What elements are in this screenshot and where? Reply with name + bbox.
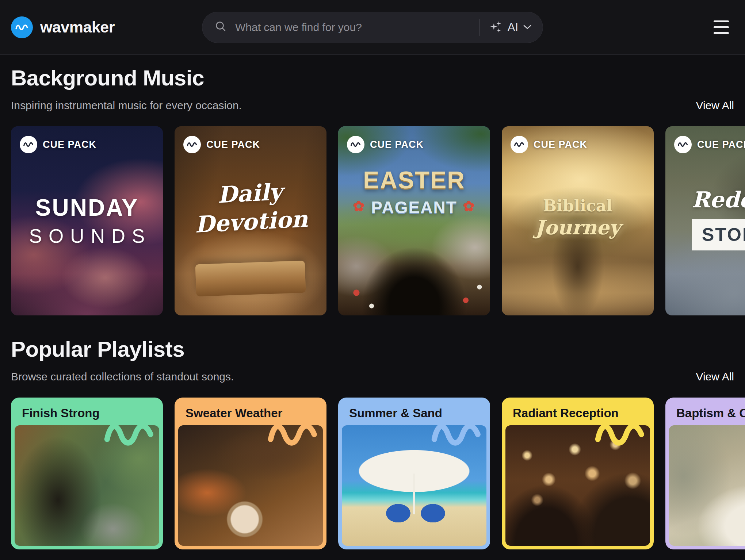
playlist-artwork [342, 425, 486, 546]
playlist-card-sweater-weather[interactable]: Sweater Weather [175, 398, 326, 549]
cue-pack-badge: CUE PACK [20, 136, 96, 153]
playlist-card-baptism[interactable]: Baptism & C [665, 398, 745, 549]
header: wavmaker AI [0, 0, 745, 55]
playlist-artwork [15, 425, 159, 546]
wavmaker-badge-icon [347, 136, 364, 153]
wavmaker-badge-icon [20, 136, 37, 153]
section-popular-playlists: Popular Playlists Browse curated collect… [11, 337, 734, 549]
menu-button[interactable] [714, 19, 729, 35]
playlist-title: Baptism & C [665, 398, 745, 425]
card-title: Biblical Journey [502, 196, 654, 239]
section-title: Background Music [11, 65, 734, 91]
hamburger-icon [714, 20, 729, 34]
wavmaker-watermark-icon [593, 414, 648, 454]
playlist-card-finish-strong[interactable]: Finish Strong [11, 398, 163, 549]
view-all-link[interactable]: View All [696, 371, 734, 383]
card-title: EASTER PAGEANT [338, 166, 490, 217]
badge-label: CUE PACK [206, 139, 260, 150]
ai-label: AI [508, 21, 518, 34]
playlist-card-summer-and-sand[interactable]: Summer & Sand [338, 398, 490, 549]
wavmaker-watermark-icon [266, 414, 321, 454]
cue-pack-card-easter-pageant[interactable]: CUE PACK EASTER PAGEANT [338, 126, 490, 315]
wavmaker-logo-icon [11, 16, 33, 38]
cue-pack-row: CUE PACK SUNDAY SOUNDS CUE PACK [11, 126, 734, 315]
search-bar[interactable]: AI [202, 12, 543, 43]
brand-name: wavmaker [40, 18, 115, 36]
cue-pack-badge: CUE PACK [347, 136, 424, 153]
playlist-card-radiant-reception[interactable]: Radiant Reception [502, 398, 654, 549]
wavmaker-watermark-icon [102, 414, 157, 454]
card-title: Daily Devotion [175, 175, 326, 240]
chevron-down-icon [523, 24, 532, 31]
cue-pack-badge: CUE PACK [674, 136, 745, 153]
cue-pack-card-sunday-sounds[interactable]: CUE PACK SUNDAY SOUNDS [11, 126, 163, 315]
ai-mode-dropdown[interactable]: AI [490, 20, 532, 35]
playlist-artwork [505, 425, 650, 546]
section-background-music: Background Music Inspiring instrumental … [11, 65, 734, 315]
badge-label: CUE PACK [370, 139, 424, 150]
search-input[interactable] [235, 21, 475, 34]
view-all-link[interactable]: View All [696, 99, 734, 112]
wavmaker-badge-icon [674, 136, 692, 153]
badge-label: CUE PACK [697, 139, 745, 150]
section-title: Popular Playlists [11, 337, 734, 362]
card-artwork [338, 126, 490, 315]
playlist-artwork [669, 425, 745, 546]
playlist-artwork [178, 425, 323, 546]
cue-pack-card-biblical-journey[interactable]: CUE PACK Biblical Journey [502, 126, 654, 315]
sparkles-icon [490, 20, 503, 35]
section-subtitle: Browse curated collections of standout s… [11, 371, 234, 383]
wavmaker-badge-icon [511, 136, 528, 153]
cue-pack-card-redemption[interactable]: CUE PACK Redem STOR [665, 126, 745, 315]
badge-label: CUE PACK [534, 139, 587, 150]
cue-pack-badge: CUE PACK [183, 136, 260, 153]
card-title: SUNDAY SOUNDS [11, 194, 163, 247]
badge-label: CUE PACK [43, 139, 96, 150]
cue-pack-card-daily-devotion[interactable]: CUE PACK Daily Devotion [175, 126, 326, 315]
main-content: Background Music Inspiring instrumental … [0, 65, 745, 549]
card-title: Redem STOR [665, 187, 745, 250]
wavmaker-badge-icon [183, 136, 201, 153]
playlist-row: Finish Strong Sweater Weather Summer & S… [11, 398, 734, 549]
search-divider [480, 19, 480, 36]
wavmaker-watermark-icon [429, 414, 484, 454]
section-subtitle: Inspiring instrumental music for every o… [11, 99, 242, 112]
search-icon [215, 20, 227, 34]
cue-pack-badge: CUE PACK [511, 136, 587, 153]
brand[interactable]: wavmaker [11, 16, 115, 38]
page: wavmaker AI [0, 0, 745, 560]
